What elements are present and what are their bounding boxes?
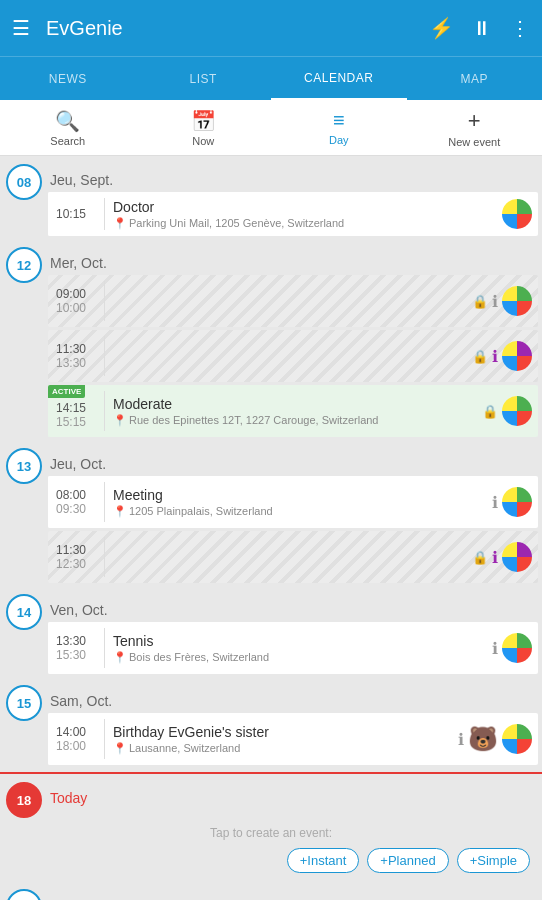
event-icons: 🔒 ℹ	[466, 275, 538, 327]
color-wheel	[502, 487, 532, 517]
event-icons: 🔒 ℹ	[466, 330, 538, 382]
day-badge-15: 15	[6, 685, 42, 721]
event-time: 11:30 13:30	[48, 330, 104, 382]
calendar-icon: 📅	[191, 109, 216, 133]
event-title: Tennis	[113, 633, 478, 649]
event-time: 13:30 15:30	[48, 622, 104, 674]
section-13: 13 Jeu, Oct. 08:00 09:30 Meeting 📍 1205 …	[0, 440, 542, 586]
event-card-hatched-1[interactable]: 09:00 10:00 🔒 ℹ	[48, 275, 538, 327]
event-icons: 🔒	[476, 385, 538, 437]
event-end: 12:30	[56, 557, 98, 571]
lock-icon: 🔒	[482, 404, 498, 419]
section-14: 14 Ven, Oct. 13:30 15:30 Tennis 📍 Bois d…	[0, 586, 542, 677]
tab-calendar[interactable]: CALENDAR	[271, 57, 407, 100]
info-icon: ℹ	[492, 292, 498, 311]
event-location: 📍 Parking Uni Mail, 1205 Genève, Switzer…	[113, 217, 488, 230]
simple-button[interactable]: +Simple	[457, 848, 530, 873]
event-title: Meeting	[113, 487, 478, 503]
lock-icon: 🔒	[472, 294, 488, 309]
event-time: 09:00 10:00	[48, 275, 104, 327]
event-icons: 🔒 ℹ	[466, 531, 538, 583]
event-start: 11:30	[56, 342, 98, 356]
active-badge: ACTIVE	[48, 385, 85, 398]
day-toolbar-item[interactable]: ≡ Day	[271, 100, 407, 155]
date-label-08: Jeu, Sept.	[48, 162, 538, 192]
event-details	[105, 330, 466, 382]
hamburger-icon[interactable]: ☰	[12, 16, 30, 40]
tab-map[interactable]: MAP	[407, 57, 543, 100]
event-card-hatched-3[interactable]: 11:30 12:30 🔒 ℹ	[48, 531, 538, 583]
event-details	[105, 275, 466, 327]
search-icon: 🔍	[55, 109, 80, 133]
event-time: 11:30 12:30	[48, 531, 104, 583]
info-icon: ℹ	[492, 493, 498, 512]
color-wheel	[502, 396, 532, 426]
day-badge-18: 18	[6, 782, 42, 818]
event-details: Doctor 📍 Parking Uni Mail, 1205 Genève, …	[105, 192, 496, 236]
event-details: Moderate 📍 Rue des Epinettes 12T, 1227 C…	[105, 385, 476, 437]
event-start: 14:15	[56, 401, 98, 415]
pause-icon[interactable]: ⏸	[472, 17, 492, 40]
instant-button[interactable]: +Instant	[287, 848, 360, 873]
event-location: 📍 Bois des Frères, Switzerland	[113, 651, 478, 664]
event-title: Birthday EvGenie's sister	[113, 724, 444, 740]
event-card-meeting[interactable]: 08:00 09:30 Meeting 📍 1205 Plainpalais, …	[48, 476, 538, 528]
event-details: Meeting 📍 1205 Plainpalais, Switzerland	[105, 476, 486, 528]
new-event-toolbar-item[interactable]: + New event	[407, 100, 543, 155]
day-badge-31: 31	[6, 889, 42, 900]
event-end: 18:00	[56, 739, 98, 753]
search-toolbar-item[interactable]: 🔍 Search	[0, 100, 136, 155]
section-18: 18 Today	[0, 774, 542, 818]
event-end: 09:30	[56, 502, 98, 516]
event-end: 13:30	[56, 356, 98, 370]
lightning-icon[interactable]: ⚡	[429, 16, 454, 40]
day-badge-13: 13	[6, 448, 42, 484]
emoji-bear-icon: 🐻	[468, 725, 498, 753]
info-icon: ℹ	[458, 730, 464, 749]
date-label-13: Jeu, Oct.	[48, 446, 538, 476]
event-start: 09:00	[56, 287, 98, 301]
day-badge-14: 14	[6, 594, 42, 630]
today-section: 18 Today Tap to create an event: +Instan…	[0, 772, 542, 881]
date-label-15: Sam, Oct.	[48, 683, 538, 713]
day-icon: ≡	[333, 109, 345, 132]
event-time: 14:00 18:00	[48, 713, 104, 765]
now-label: Now	[192, 135, 214, 147]
section-15: 15 Sam, Oct. 14:00 18:00 Birthday EvGeni…	[0, 677, 542, 768]
event-end: 15:15	[56, 415, 98, 429]
event-card-hatched-2[interactable]: 11:30 13:30 🔒 ℹ	[48, 330, 538, 382]
section-12: 12 Mer, Oct. 09:00 10:00 🔒 ℹ	[0, 239, 542, 440]
location-pin-icon: 📍	[113, 651, 127, 664]
event-card-birthday[interactable]: 14:00 18:00 Birthday EvGenie's sister 📍 …	[48, 713, 538, 765]
color-wheel	[502, 633, 532, 663]
date-label-today: Today	[48, 780, 538, 810]
event-start: 08:00	[56, 488, 98, 502]
now-toolbar-item[interactable]: 📅 Now	[136, 100, 272, 155]
event-card-moderate[interactable]: ACTIVE 14:15 15:15 Moderate 📍 Rue des Ep…	[48, 385, 538, 437]
app-title: EvGenie	[46, 17, 429, 40]
event-start: 11:30	[56, 543, 98, 557]
day-badge-08: 08	[6, 164, 42, 200]
event-card-tennis[interactable]: 13:30 15:30 Tennis 📍 Bois des Frères, Sw…	[48, 622, 538, 674]
section-08: 08 Jeu, Sept. 10:15 Doctor 📍 Parking Uni…	[0, 156, 542, 239]
color-wheel	[502, 724, 532, 754]
event-time: 10:15	[48, 192, 104, 236]
date-label-12: Mer, Oct.	[48, 245, 538, 275]
location-pin-icon: 📍	[113, 742, 127, 755]
event-start: 14:00	[56, 725, 98, 739]
search-label: Search	[50, 135, 85, 147]
add-icon: +	[468, 108, 481, 134]
info-icon: ℹ	[492, 347, 498, 366]
event-location: 📍 1205 Plainpalais, Switzerland	[113, 505, 478, 518]
event-card-doctor[interactable]: 10:15 Doctor 📍 Parking Uni Mail, 1205 Ge…	[48, 192, 538, 236]
info-icon: ℹ	[492, 639, 498, 658]
more-icon[interactable]: ⋮	[510, 16, 530, 40]
scroll-content: 08 Jeu, Sept. 10:15 Doctor 📍 Parking Uni…	[0, 156, 542, 900]
planned-button[interactable]: +Planned	[367, 848, 448, 873]
event-title: Moderate	[113, 396, 468, 412]
event-title: Doctor	[113, 199, 488, 215]
event-time: 08:00 09:30	[48, 476, 104, 528]
tab-news[interactable]: NEWS	[0, 57, 136, 100]
top-bar: ☰ EvGenie ⚡ ⏸ ⋮	[0, 0, 542, 56]
tab-list[interactable]: LIST	[136, 57, 272, 100]
